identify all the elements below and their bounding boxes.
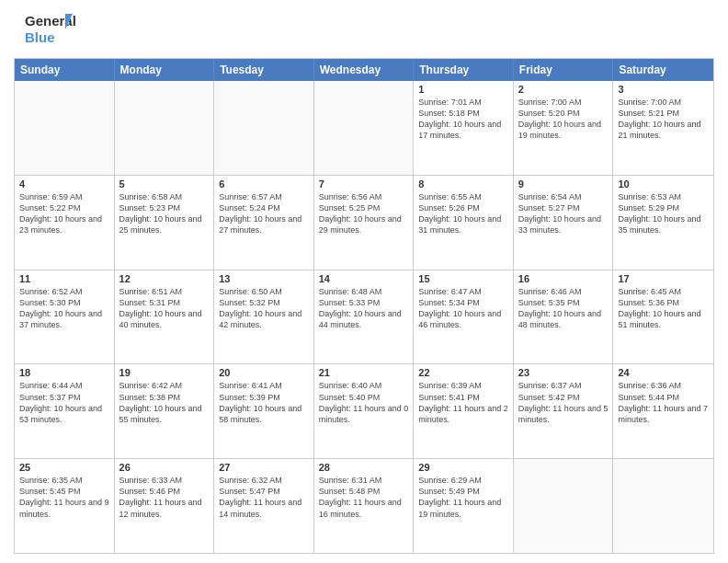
day-cell-16: 16Sunrise: 6:46 AM Sunset: 5:35 PM Dayli… [514, 270, 614, 364]
day-number: 11 [19, 273, 109, 284]
day-cell-17: 17Sunrise: 6:45 AM Sunset: 5:36 PM Dayli… [613, 270, 713, 364]
day-number: 17 [618, 273, 709, 284]
day-number: 27 [219, 462, 309, 473]
day-cell-3: 3Sunrise: 7:00 AM Sunset: 5:21 PM Daylig… [613, 81, 713, 175]
day-cell-2: 2Sunrise: 7:00 AM Sunset: 5:20 PM Daylig… [514, 81, 614, 175]
day-info: Sunrise: 6:32 AM Sunset: 5:47 PM Dayligh… [219, 475, 309, 520]
day-cell-12: 12Sunrise: 6:51 AM Sunset: 5:31 PM Dayli… [115, 270, 215, 364]
day-number: 8 [418, 178, 508, 190]
day-number: 4 [19, 178, 109, 190]
day-cell-1: 1Sunrise: 7:01 AM Sunset: 5:18 PM Daylig… [414, 81, 514, 175]
day-number: 1 [418, 84, 508, 95]
day-number: 16 [518, 273, 609, 284]
day-info: Sunrise: 6:29 AM Sunset: 5:49 PM Dayligh… [418, 475, 508, 520]
header-day-monday: Monday [115, 59, 215, 81]
day-number: 18 [19, 367, 109, 378]
day-info: Sunrise: 6:58 AM Sunset: 5:23 PM Dayligh… [119, 191, 210, 236]
calendar-body: 1Sunrise: 7:01 AM Sunset: 5:18 PM Daylig… [15, 81, 713, 553]
day-cell-4: 4Sunrise: 6:59 AM Sunset: 5:22 PM Daylig… [15, 176, 115, 270]
day-info: Sunrise: 6:56 AM Sunset: 5:25 PM Dayligh… [319, 191, 409, 236]
day-info: Sunrise: 6:54 AM Sunset: 5:27 PM Dayligh… [518, 191, 609, 236]
day-cell-13: 13Sunrise: 6:50 AM Sunset: 5:32 PM Dayli… [214, 270, 314, 364]
day-number: 25 [19, 462, 109, 473]
day-info: Sunrise: 6:31 AM Sunset: 5:48 PM Dayligh… [319, 475, 409, 520]
day-cell-23: 23Sunrise: 6:37 AM Sunset: 5:42 PM Dayli… [514, 364, 614, 458]
day-cell-20: 20Sunrise: 6:41 AM Sunset: 5:39 PM Dayli… [214, 364, 314, 458]
day-number: 13 [219, 273, 309, 284]
day-cell-8: 8Sunrise: 6:55 AM Sunset: 5:26 PM Daylig… [414, 176, 514, 270]
day-cell-6: 6Sunrise: 6:57 AM Sunset: 5:24 PM Daylig… [214, 176, 314, 270]
day-number: 5 [119, 178, 210, 190]
day-info: Sunrise: 6:52 AM Sunset: 5:30 PM Dayligh… [19, 286, 109, 331]
header: General Blue [14, 9, 714, 51]
day-info: Sunrise: 6:42 AM Sunset: 5:38 PM Dayligh… [119, 380, 210, 425]
empty-cell [214, 81, 314, 175]
empty-cell [613, 459, 713, 553]
day-cell-28: 28Sunrise: 6:31 AM Sunset: 5:48 PM Dayli… [314, 459, 415, 553]
header-day-friday: Friday [514, 59, 614, 81]
day-cell-14: 14Sunrise: 6:48 AM Sunset: 5:33 PM Dayli… [314, 270, 415, 364]
day-number: 14 [319, 273, 409, 284]
day-info: Sunrise: 6:44 AM Sunset: 5:37 PM Dayligh… [19, 380, 109, 425]
day-cell-19: 19Sunrise: 6:42 AM Sunset: 5:38 PM Dayli… [115, 364, 215, 458]
day-info: Sunrise: 6:36 AM Sunset: 5:44 PM Dayligh… [618, 380, 709, 425]
empty-cell [314, 81, 415, 175]
day-info: Sunrise: 6:55 AM Sunset: 5:26 PM Dayligh… [418, 191, 508, 236]
day-info: Sunrise: 6:46 AM Sunset: 5:35 PM Dayligh… [518, 286, 609, 331]
header-day-sunday: Sunday [15, 59, 115, 81]
day-number: 23 [518, 367, 609, 378]
day-number: 29 [418, 462, 508, 473]
day-cell-7: 7Sunrise: 6:56 AM Sunset: 5:25 PM Daylig… [314, 176, 415, 270]
logo-svg: General Blue [14, 9, 78, 51]
day-number: 9 [518, 178, 609, 190]
day-info: Sunrise: 6:50 AM Sunset: 5:32 PM Dayligh… [219, 286, 309, 331]
day-cell-29: 29Sunrise: 6:29 AM Sunset: 5:49 PM Dayli… [414, 459, 514, 553]
day-info: Sunrise: 6:39 AM Sunset: 5:41 PM Dayligh… [418, 380, 508, 425]
empty-cell [15, 81, 115, 175]
day-number: 26 [119, 462, 210, 473]
day-number: 15 [418, 273, 508, 284]
page: General Blue SundayMondayTuesdayWednesda… [0, 0, 728, 563]
calendar-header: SundayMondayTuesdayWednesdayThursdayFrid… [15, 59, 713, 81]
day-info: Sunrise: 6:41 AM Sunset: 5:39 PM Dayligh… [219, 380, 309, 425]
day-info: Sunrise: 7:00 AM Sunset: 5:21 PM Dayligh… [618, 97, 709, 142]
day-info: Sunrise: 6:59 AM Sunset: 5:22 PM Dayligh… [19, 191, 109, 236]
day-number: 10 [618, 178, 709, 190]
day-number: 24 [618, 367, 709, 378]
day-cell-15: 15Sunrise: 6:47 AM Sunset: 5:34 PM Dayli… [414, 270, 514, 364]
day-info: Sunrise: 6:53 AM Sunset: 5:29 PM Dayligh… [618, 191, 709, 236]
day-number: 6 [219, 178, 309, 190]
calendar-week-3: 11Sunrise: 6:52 AM Sunset: 5:30 PM Dayli… [15, 270, 713, 364]
day-cell-24: 24Sunrise: 6:36 AM Sunset: 5:44 PM Dayli… [613, 364, 713, 458]
day-info: Sunrise: 6:57 AM Sunset: 5:24 PM Dayligh… [219, 191, 309, 236]
day-info: Sunrise: 6:33 AM Sunset: 5:46 PM Dayligh… [119, 475, 210, 520]
day-cell-9: 9Sunrise: 6:54 AM Sunset: 5:27 PM Daylig… [514, 176, 614, 270]
calendar-week-5: 25Sunrise: 6:35 AM Sunset: 5:45 PM Dayli… [15, 458, 713, 553]
day-info: Sunrise: 6:40 AM Sunset: 5:40 PM Dayligh… [319, 380, 409, 425]
empty-cell [514, 459, 614, 553]
day-number: 22 [418, 367, 508, 378]
day-number: 12 [119, 273, 210, 284]
day-number: 20 [219, 367, 309, 378]
header-day-thursday: Thursday [414, 59, 514, 81]
day-number: 2 [518, 84, 609, 95]
calendar: SundayMondayTuesdayWednesdayThursdayFrid… [14, 58, 714, 554]
day-cell-18: 18Sunrise: 6:44 AM Sunset: 5:37 PM Dayli… [15, 364, 115, 458]
calendar-week-1: 1Sunrise: 7:01 AM Sunset: 5:18 PM Daylig… [15, 81, 713, 175]
empty-cell [115, 81, 215, 175]
header-day-tuesday: Tuesday [214, 59, 314, 81]
logo: General Blue [14, 9, 78, 51]
day-number: 28 [319, 462, 409, 473]
day-cell-10: 10Sunrise: 6:53 AM Sunset: 5:29 PM Dayli… [613, 176, 713, 270]
header-day-saturday: Saturday [613, 59, 713, 81]
day-info: Sunrise: 6:45 AM Sunset: 5:36 PM Dayligh… [618, 286, 709, 331]
day-info: Sunrise: 6:35 AM Sunset: 5:45 PM Dayligh… [19, 475, 109, 520]
day-number: 3 [618, 84, 709, 95]
calendar-week-2: 4Sunrise: 6:59 AM Sunset: 5:22 PM Daylig… [15, 175, 713, 270]
day-info: Sunrise: 7:00 AM Sunset: 5:20 PM Dayligh… [518, 97, 609, 142]
day-cell-21: 21Sunrise: 6:40 AM Sunset: 5:40 PM Dayli… [314, 364, 415, 458]
day-number: 21 [319, 367, 409, 378]
day-info: Sunrise: 7:01 AM Sunset: 5:18 PM Dayligh… [418, 97, 508, 142]
day-number: 19 [119, 367, 210, 378]
svg-text:Blue: Blue [25, 29, 55, 45]
